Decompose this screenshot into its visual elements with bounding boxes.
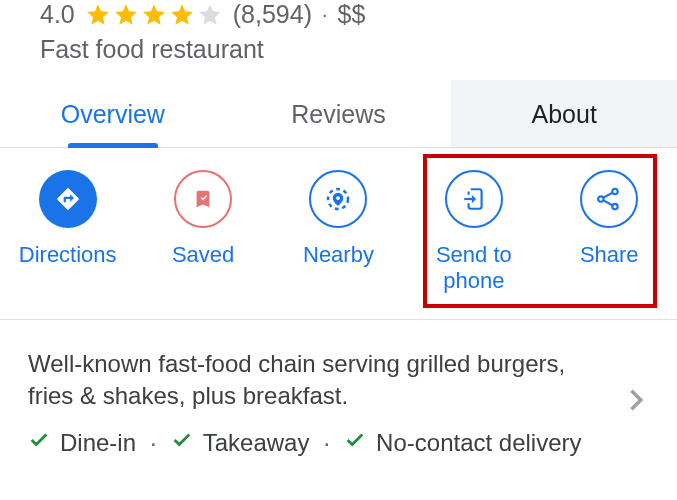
checkmark-icon bbox=[171, 429, 193, 457]
star-empty-icon bbox=[197, 2, 223, 28]
star-rating bbox=[85, 2, 223, 28]
checkmark-icon bbox=[344, 429, 366, 457]
tabs: Overview Reviews About bbox=[0, 80, 677, 148]
checkmark-icon bbox=[28, 429, 50, 457]
star-icon bbox=[113, 2, 139, 28]
saved-button[interactable]: Saved bbox=[143, 170, 263, 295]
service-no-contact: No-contact delivery bbox=[376, 429, 581, 457]
separator-dot: · bbox=[150, 429, 157, 457]
nearby-button[interactable]: Nearby bbox=[278, 170, 398, 295]
separator-dot: · bbox=[322, 3, 328, 26]
business-summary: Well-known fast-food chain serving grill… bbox=[28, 348, 601, 413]
rating-row: 4.0 (8,594) · $$ bbox=[12, 0, 665, 33]
separator-dot: · bbox=[323, 429, 330, 457]
chevron-right-icon bbox=[621, 386, 649, 418]
business-category: Fast food restaurant bbox=[12, 33, 665, 80]
svg-point-0 bbox=[328, 189, 348, 209]
nearby-icon bbox=[309, 170, 367, 228]
send-to-phone-label: Send to phone bbox=[414, 242, 534, 295]
bookmark-icon bbox=[174, 170, 232, 228]
share-label: Share bbox=[580, 242, 639, 268]
share-button[interactable]: Share bbox=[549, 170, 669, 295]
tab-overview[interactable]: Overview bbox=[0, 80, 226, 147]
service-dine-in: Dine-in bbox=[60, 429, 136, 457]
star-icon bbox=[169, 2, 195, 28]
saved-label: Saved bbox=[172, 242, 234, 268]
star-icon bbox=[141, 2, 167, 28]
send-to-phone-icon bbox=[445, 170, 503, 228]
directions-button[interactable]: Directions bbox=[8, 170, 128, 295]
directions-label: Directions bbox=[19, 242, 117, 268]
service-options: Dine-in · Takeaway · No-contact delivery bbox=[28, 429, 601, 457]
description-section[interactable]: Well-known fast-food chain serving grill… bbox=[0, 320, 677, 485]
service-takeaway: Takeaway bbox=[203, 429, 310, 457]
tab-reviews[interactable]: Reviews bbox=[226, 80, 452, 147]
share-icon bbox=[580, 170, 638, 228]
price-level: $$ bbox=[338, 0, 366, 29]
actions-section: Directions Saved Nearby Send to phone Sh bbox=[0, 148, 677, 320]
tab-about[interactable]: About bbox=[451, 80, 677, 147]
reviews-count[interactable]: (8,594) bbox=[233, 0, 312, 29]
star-icon bbox=[85, 2, 111, 28]
rating-value: 4.0 bbox=[40, 0, 75, 29]
directions-icon bbox=[39, 170, 97, 228]
nearby-label: Nearby bbox=[303, 242, 374, 268]
send-to-phone-button[interactable]: Send to phone bbox=[414, 170, 534, 295]
